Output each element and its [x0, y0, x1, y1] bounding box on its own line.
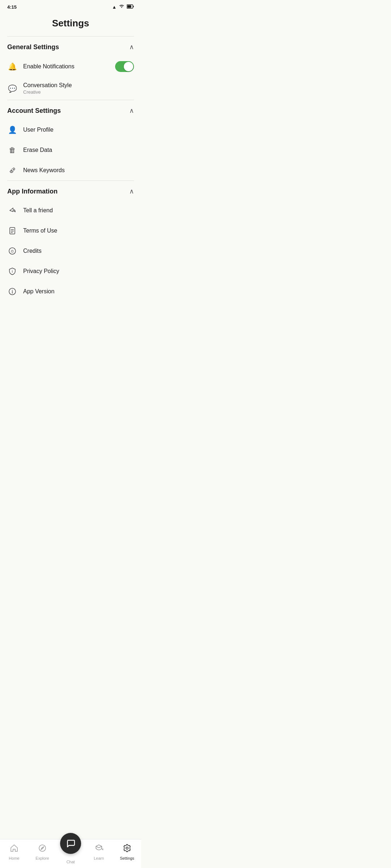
erase-data-row[interactable]: 🗑 Erase Data	[0, 140, 141, 160]
trash-icon: 🗑	[7, 145, 17, 155]
shield-icon: i	[7, 266, 17, 276]
chat-bubble-icon: 💬	[7, 84, 17, 94]
status-bar: 4:15 ▲	[0, 0, 141, 12]
status-icons: ▲	[112, 4, 134, 10]
general-settings-title: General Settings	[7, 43, 59, 51]
bell-icon: 🔔	[7, 61, 17, 72]
notifications-row: 🔔 Enable Notifications	[0, 56, 141, 77]
copyright-icon: ©	[7, 246, 17, 256]
general-chevron-icon: ∧	[129, 43, 134, 51]
account-settings-title: Account Settings	[7, 107, 61, 115]
svg-rect-1	[127, 5, 131, 8]
user-profile-row[interactable]: 👤 User Profile	[0, 120, 141, 140]
share-icon	[7, 205, 17, 216]
svg-text:i: i	[12, 269, 13, 273]
general-settings-header[interactable]: General Settings ∧	[0, 37, 141, 56]
privacy-policy-row[interactable]: i Privacy Policy	[0, 261, 141, 281]
svg-rect-3	[10, 227, 15, 234]
credits-row[interactable]: © Credits	[0, 241, 141, 261]
tell-friend-row[interactable]: Tell a friend	[0, 200, 141, 221]
account-chevron-icon: ∧	[129, 107, 134, 115]
app-version-row: App Version	[0, 281, 141, 302]
terms-row[interactable]: Terms of Use	[0, 221, 141, 241]
wifi-icon	[119, 4, 125, 10]
user-icon: 👤	[7, 125, 17, 135]
document-icon	[7, 226, 17, 236]
svg-point-11	[12, 290, 13, 291]
app-info-chevron-icon: ∧	[129, 187, 134, 195]
svg-text:©: ©	[11, 249, 14, 254]
info-icon	[7, 286, 17, 297]
svg-rect-2	[133, 6, 134, 7]
battery-icon	[127, 4, 134, 10]
conversation-style-row[interactable]: 💬 Conversation Style Creative	[0, 77, 141, 100]
notifications-label: Enable Notifications	[23, 63, 74, 70]
notifications-toggle[interactable]	[115, 61, 134, 72]
app-version-label: App Version	[23, 288, 54, 295]
time: 4:15	[7, 4, 17, 10]
news-keywords-row[interactable]: 🗞 News Keywords	[0, 160, 141, 180]
account-settings-header[interactable]: Account Settings ∧	[0, 100, 141, 120]
app-info-title: App Information	[7, 188, 58, 195]
newspaper-icon: 🗞	[7, 165, 17, 175]
content-area: Settings General Settings ∧ 🔔 Enable Not…	[0, 12, 141, 334]
signal-icon: ▲	[112, 4, 117, 10]
app-info-header[interactable]: App Information ∧	[0, 181, 141, 200]
page-title: Settings	[0, 12, 141, 36]
conversation-style-label: Conversation Style Creative	[23, 82, 72, 95]
